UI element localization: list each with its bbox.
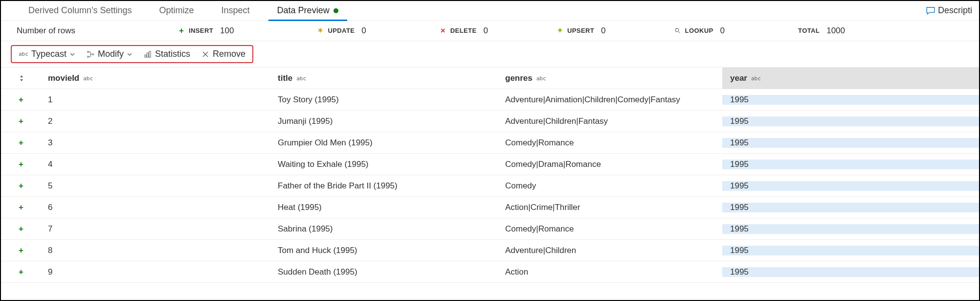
modify-button[interactable]: Modify (84, 48, 134, 60)
chevron-down-icon (69, 51, 75, 57)
rows-label: Number of rows (17, 26, 178, 36)
cell-year: 1995 (722, 267, 979, 277)
table-row[interactable]: +9Sudden Death (1995)Action1995 (1, 261, 979, 283)
cell-title: Jumanji (1995) (270, 116, 497, 126)
table-row[interactable]: +6Heat (1995)Action|Crime|Thriller1995 (1, 197, 979, 218)
table-body: +1Toy Story (1995)Adventure|Animation|Ch… (1, 89, 979, 283)
plus-icon: + (178, 26, 185, 36)
cell-movieid: 1 (40, 95, 270, 105)
row-insert-marker: + (1, 203, 40, 212)
sort-icon (19, 75, 24, 82)
tab-data-preview[interactable]: Data Preview (264, 1, 352, 21)
active-indicator-icon (334, 8, 338, 13)
row-insert-marker: + (1, 138, 40, 148)
stat-label: INSERT (189, 27, 213, 34)
table-row[interactable]: +1Toy Story (1995)Adventure|Animation|Ch… (1, 89, 979, 111)
column-toolbar-wrap: abc Typecast Modify Statistics Remove (1, 41, 979, 68)
cell-title: Sudden Death (1995) (270, 267, 497, 277)
stat-insert: + INSERT 100 (178, 26, 234, 36)
remove-button[interactable]: Remove (199, 48, 247, 60)
cell-year: 1995 (722, 160, 979, 169)
cell-year: 1995 (722, 181, 979, 191)
cell-movieid: 3 (40, 138, 270, 148)
header-label: movieId (48, 73, 79, 83)
row-insert-marker: + (1, 116, 40, 126)
stat-update: ✶ UPDATE 0 (317, 25, 366, 36)
sun-icon: ✶ (317, 25, 324, 36)
upsert-icon: ✦ (557, 25, 563, 36)
close-icon (201, 50, 210, 59)
cell-year: 1995 (722, 138, 979, 148)
header-label: year (730, 73, 747, 83)
typecast-button[interactable]: abc Typecast (17, 48, 77, 60)
svg-point-3 (87, 56, 89, 57)
abc-icon: abc (19, 51, 28, 57)
table-row[interactable]: +5Father of the Bride Part II (1995)Come… (1, 175, 979, 197)
table-row[interactable]: +3Grumpier Old Men (1995)Comedy|Romance1… (1, 132, 979, 154)
stat-total: TOTAL 1000 (798, 26, 845, 36)
svg-point-2 (87, 51, 89, 52)
column-header-genres[interactable]: genres abc (497, 73, 722, 83)
column-header-title[interactable]: title abc (270, 73, 497, 83)
cell-movieid: 7 (40, 224, 270, 234)
table-row[interactable]: +4Waiting to Exhale (1995)Comedy|Drama|R… (1, 154, 979, 175)
tabs-bar: Derived Column's Settings Optimize Inspe… (1, 1, 979, 21)
chevron-down-icon (127, 51, 133, 57)
remove-label: Remove (213, 49, 245, 59)
stat-value: 1000 (826, 26, 845, 36)
cell-genres: Adventure|Children|Fantasy (497, 116, 722, 126)
cell-title: Sabrina (1995) (270, 224, 497, 234)
cell-genres: Action (497, 267, 722, 277)
cell-genres: Comedy (497, 181, 722, 191)
cell-title: Father of the Bride Part II (1995) (270, 181, 497, 191)
cell-movieid: 9 (40, 267, 270, 277)
description-label: Descripti (938, 5, 972, 16)
tab-label: Data Preview (277, 5, 330, 16)
stat-value: 0 (361, 26, 366, 36)
svg-rect-5 (145, 55, 146, 57)
branch-icon (86, 50, 95, 59)
header-label: title (278, 73, 292, 83)
cell-title: Waiting to Exhale (1995) (270, 160, 497, 169)
stat-label: TOTAL (798, 27, 820, 34)
column-header-movieid[interactable]: movieId abc (40, 73, 270, 83)
row-insert-marker: + (1, 246, 40, 255)
cell-title: Toy Story (1995) (270, 95, 497, 105)
comment-icon (926, 6, 935, 15)
cell-year: 1995 (722, 224, 979, 234)
tab-derived-settings[interactable]: Derived Column's Settings (15, 1, 146, 21)
modify-label: Modify (98, 49, 124, 59)
sort-header[interactable] (1, 75, 40, 82)
cell-genres: Comedy|Romance (497, 138, 722, 148)
description-link[interactable]: Descripti (926, 5, 974, 16)
tab-optimize[interactable]: Optimize (146, 1, 208, 21)
stat-value: 0 (484, 26, 488, 36)
cell-year: 1995 (722, 95, 979, 105)
stat-upsert: ✦ UPSERT 0 (557, 25, 606, 36)
cell-genres: Adventure|Animation|Children|Comedy|Fant… (497, 95, 722, 105)
type-badge: abc (751, 75, 761, 82)
stat-lookup: LOOKUP 0 (674, 26, 725, 36)
table-row[interactable]: +7Sabrina (1995)Comedy|Romance1995 (1, 218, 979, 240)
statistics-button[interactable]: Statistics (141, 48, 192, 60)
tab-inspect[interactable]: Inspect (208, 1, 264, 21)
svg-rect-6 (147, 53, 148, 57)
stat-label: DELETE (450, 27, 477, 34)
cell-genres: Comedy|Romance (497, 224, 722, 234)
tab-label: Inspect (222, 5, 250, 16)
table-row[interactable]: +2Jumanji (1995)Adventure|Children|Fanta… (1, 111, 979, 132)
cell-genres: Action|Crime|Thriller (497, 203, 722, 212)
cell-movieid: 5 (40, 181, 270, 191)
cell-title: Tom and Huck (1995) (270, 246, 497, 255)
row-insert-marker: + (1, 267, 40, 277)
column-header-year[interactable]: year abc (722, 68, 979, 89)
svg-line-1 (678, 31, 680, 33)
table-row[interactable]: +8Tom and Huck (1995)Adventure|Children1… (1, 240, 979, 261)
cell-movieid: 4 (40, 160, 270, 169)
header-label: genres (505, 73, 533, 83)
cell-year: 1995 (722, 246, 979, 255)
cell-year: 1995 (722, 203, 979, 212)
tab-label: Optimize (159, 5, 194, 16)
x-icon: × (440, 26, 446, 36)
data-table: movieId abc title abc genres abc year ab… (1, 68, 979, 283)
